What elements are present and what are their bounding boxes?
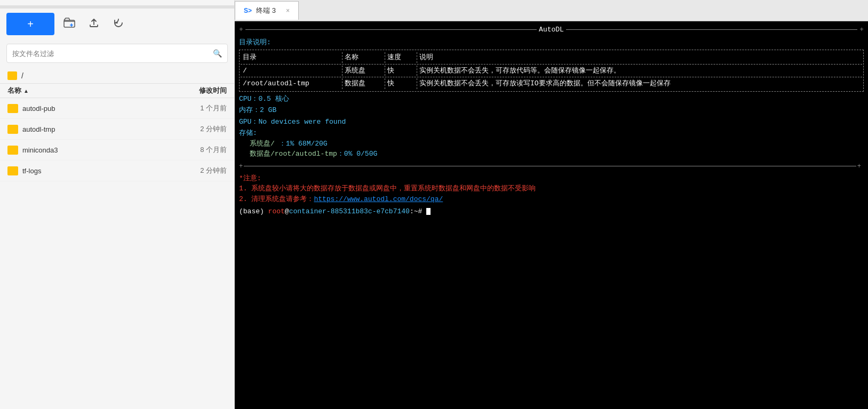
file-time: 8 个月前 (179, 145, 227, 155)
sort-arrow-icon: ▲ (23, 88, 29, 94)
notice-line-1: 1. 系统盘较小请将大的数据存放于数据盘或网盘中，重置系统时数据盘和网盘中的数据… (239, 183, 864, 194)
prompt-base: (base) (239, 207, 268, 215)
folder-icon (7, 166, 18, 175)
storage-item-data: 数据盘/root/autodl-tmp：0% 0/50G (239, 149, 864, 159)
file-time: 2 分钟前 (179, 124, 227, 134)
breadcrumb: / (0, 68, 234, 83)
command-prompt: (base) root@container-885311b83c-e7cb714… (239, 206, 864, 217)
terminal-window[interactable]: + AutoDL + 目录说明: 目录 名称 速度 说明 / (235, 21, 868, 409)
mem-label: 内存 (239, 106, 253, 114)
upload-button[interactable] (84, 14, 103, 34)
storage-value-system: ：1% 68M/20G (279, 140, 328, 148)
storage-item-system: 系统盘/ ：1% 68M/20G (239, 139, 864, 149)
storage-value-data: ：0% 0/50G (337, 150, 377, 158)
file-list: autodl-pub 1 个月前 autodl-tmp 2 分钟前 minico… (0, 98, 234, 181)
autodl-title: AutoDL (539, 25, 564, 35)
mem-value: ：2 GB (253, 106, 276, 114)
search-icon: 🔍 (213, 49, 222, 58)
notice-text-2: 2. 清理系统盘请参考： (239, 195, 314, 203)
file-name: miniconda3 (22, 146, 179, 154)
prompt-hash: # (418, 207, 427, 215)
search-input[interactable] (12, 50, 213, 58)
tab-close-button[interactable]: × (286, 7, 290, 14)
table-row[interactable]: miniconda3 8 个月前 (0, 140, 234, 161)
folder-icon (7, 71, 17, 80)
table-row[interactable]: tf-logs 2 分钟前 (0, 161, 234, 181)
terminal-tab-title: 终端 3 (256, 6, 276, 15)
dir-cell: /root/autodl-tmp (241, 78, 342, 89)
name-header-label: 名称 (7, 86, 21, 95)
file-name: autodl-pub (22, 105, 179, 113)
refresh-button[interactable] (109, 14, 128, 34)
notice-header: *注意: (239, 173, 864, 184)
terminal-tab[interactable]: S> 终端 3 × (235, 1, 299, 20)
dir-table-row: /root/autodl-tmp 数据盘 快 实例关机数据不会丢失，可存放读写I… (241, 77, 862, 90)
notice-line-2: 2. 清理系统盘请参考：https://www.autodl.com/docs/… (239, 194, 864, 205)
gpu-label: GPU (239, 118, 251, 126)
file-table-header: 名称 ▲ 修改时间 (0, 83, 234, 98)
name-cell: 数据盘 (342, 78, 385, 89)
speed-cell: 快 (385, 66, 417, 76)
storage-path-data: 数据盘/root/autodl-tmp (250, 150, 337, 158)
file-sidebar: + (0, 0, 235, 409)
dir-table-header-row: 目录 名称 速度 说明 (241, 51, 862, 65)
tab-bar: S> 终端 3 × (235, 0, 868, 21)
desc-cell: 实例关机数据不会丢失，可存放读写IO要求高的数据。但不会随保存镜像一起保存 (417, 78, 862, 89)
file-name: tf-logs (22, 167, 179, 175)
autodl-header: + AutoDL + (239, 25, 864, 35)
dir-table-row: / 系统盘 快 实例关机数据不会丢失，可存放代码等。会随保存镜像一起保存。 (241, 65, 862, 78)
storage-label: 存储: (239, 128, 864, 139)
name-column-header[interactable]: 名称 ▲ (7, 86, 179, 95)
cpu-label: CPU (239, 95, 251, 103)
prompt-at: @ (285, 207, 289, 215)
new-button[interactable]: + (6, 13, 54, 35)
gpu-value: ：No devices were found (251, 118, 346, 126)
cursor (426, 208, 431, 215)
dir-col-header: 目录 (241, 52, 342, 63)
folder-icon (7, 125, 18, 134)
upload-icon (89, 18, 99, 31)
refresh-icon (113, 18, 124, 31)
gpu-info: GPU：No devices were found (239, 117, 864, 127)
prompt-user: root (268, 207, 285, 215)
search-bar: 🔍 (6, 44, 228, 63)
prompt-host: container-885311b83c-e7cb7140 (289, 207, 410, 215)
file-time: 2 分钟前 (179, 166, 227, 175)
file-name: autodl-tmp (22, 125, 179, 133)
add-folder-button[interactable] (60, 14, 79, 34)
time-column-header[interactable]: 修改时间 (179, 86, 227, 95)
folder-icon (7, 146, 18, 155)
name-cell: 系统盘 (342, 66, 385, 76)
file-time: 1 个月前 (179, 103, 227, 113)
terminal-tab-icon: S> (244, 7, 252, 14)
terminal-content: + AutoDL + 目录说明: 目录 名称 速度 说明 / (235, 21, 868, 220)
plus-icon: + (27, 18, 34, 30)
storage-spaces (275, 140, 279, 148)
speed-cell: 快 (385, 78, 417, 89)
table-row[interactable]: autodl-pub 1 个月前 (0, 98, 234, 119)
prompt-path: :~ (410, 207, 418, 215)
speed-col-header: 速度 (385, 52, 417, 63)
storage-path-system: 系统盘/ (250, 140, 275, 148)
folder-plus-icon (63, 18, 75, 31)
cpu-value: ：0.5 核心 (251, 95, 289, 103)
sidebar-toolbar: + (0, 9, 234, 39)
terminal-divider: ++ (239, 162, 864, 171)
dir-table: 目录 名称 速度 说明 / 系统盘 快 实例关机数据不会丢失，可存放代码等。会随… (239, 50, 864, 92)
cpu-info: CPU：0.5 核心 (239, 94, 864, 105)
breadcrumb-text: / (21, 71, 23, 80)
desc-cell: 实例关机数据不会丢失，可存放代码等。会随保存镜像一起保存。 (417, 66, 862, 76)
desc-col-header: 说明 (417, 52, 862, 63)
folder-icon (7, 104, 18, 113)
section-title: 目录说明: (239, 37, 864, 48)
name-col-header: 名称 (342, 52, 385, 63)
table-row[interactable]: autodl-tmp 2 分钟前 (0, 119, 234, 140)
mem-info: 内存：2 GB (239, 105, 864, 116)
notice-link[interactable]: https://www.autodl.com/docs/qa/ (314, 195, 443, 203)
dir-cell: / (241, 66, 342, 76)
main-area: S> 终端 3 × + AutoDL + 目录说明: 目录 名称 (235, 0, 868, 409)
